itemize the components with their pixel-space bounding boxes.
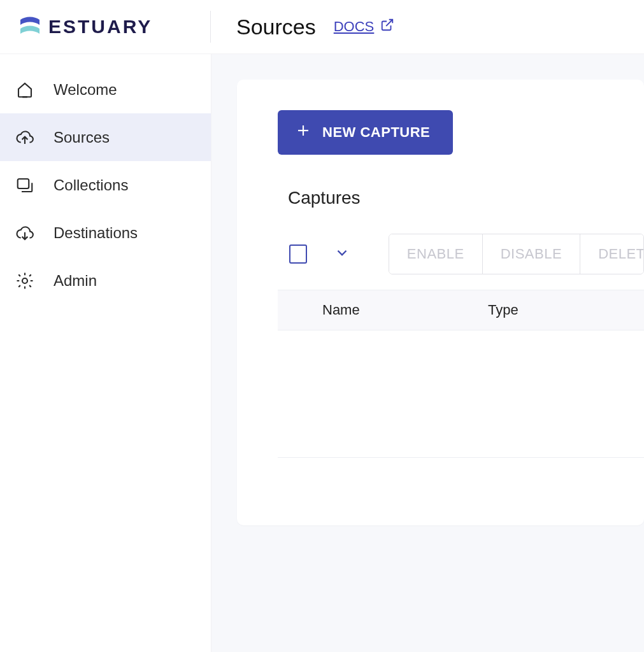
new-capture-button[interactable]: NEW CAPTURE (278, 110, 453, 155)
sidebar-item-welcome[interactable]: Welcome (0, 66, 211, 113)
brand-logo[interactable]: ESTUARY (19, 15, 210, 39)
sidebar-item-destinations[interactable]: Destinations (0, 209, 211, 257)
external-link-icon (380, 18, 394, 36)
chevron-down-icon (334, 252, 350, 263)
estuary-logo-icon (19, 15, 41, 39)
header-divider (210, 11, 211, 43)
gear-icon (14, 271, 36, 290)
sidebar-item-label: Admin (54, 272, 97, 290)
svg-line-0 (386, 20, 392, 26)
captures-card: NEW CAPTURE Captures ENABLE DISABLE DELE… (237, 80, 644, 525)
disable-button[interactable]: DISABLE (483, 234, 580, 274)
captures-table-body (278, 330, 644, 458)
svg-point-5 (22, 278, 27, 283)
collections-icon (14, 176, 36, 195)
cloud-upload-icon (14, 128, 36, 147)
sidebar-item-label: Sources (54, 129, 110, 146)
sidebar-item-label: Collections (54, 176, 128, 194)
captures-toolbar: ENABLE DISABLE DELETE (278, 234, 644, 274)
home-icon (14, 80, 36, 99)
sidebar-item-label: Destinations (54, 224, 138, 242)
docs-link-label: DOCS (334, 18, 375, 35)
selection-dropdown[interactable] (334, 244, 350, 264)
sidebar-nav: Welcome Sources Collections (0, 54, 211, 652)
docs-link[interactable]: DOCS (334, 18, 395, 36)
section-title: Captures (288, 188, 644, 208)
cloud-download-icon (14, 223, 36, 243)
sidebar-item-sources[interactable]: Sources (0, 113, 211, 161)
sidebar-item-label: Welcome (54, 81, 117, 99)
new-capture-label: NEW CAPTURE (322, 124, 430, 141)
brand-name: ESTUARY (48, 16, 152, 38)
column-header-type: Type (488, 302, 519, 318)
captures-table-header: Name Type (278, 290, 644, 330)
select-all-checkbox[interactable] (289, 244, 307, 264)
enable-button[interactable]: ENABLE (389, 234, 483, 274)
app-header: ESTUARY Sources DOCS (0, 0, 644, 54)
page-title: Sources (236, 15, 316, 39)
column-header-name: Name (278, 302, 488, 318)
plus-icon (296, 123, 311, 142)
svg-rect-3 (18, 179, 29, 188)
sidebar-item-admin[interactable]: Admin (0, 257, 211, 304)
bulk-action-group: ENABLE DISABLE DELETE (389, 234, 644, 274)
delete-button[interactable]: DELETE (580, 234, 644, 274)
main-content: NEW CAPTURE Captures ENABLE DISABLE DELE… (211, 54, 644, 652)
sidebar-item-collections[interactable]: Collections (0, 161, 211, 209)
